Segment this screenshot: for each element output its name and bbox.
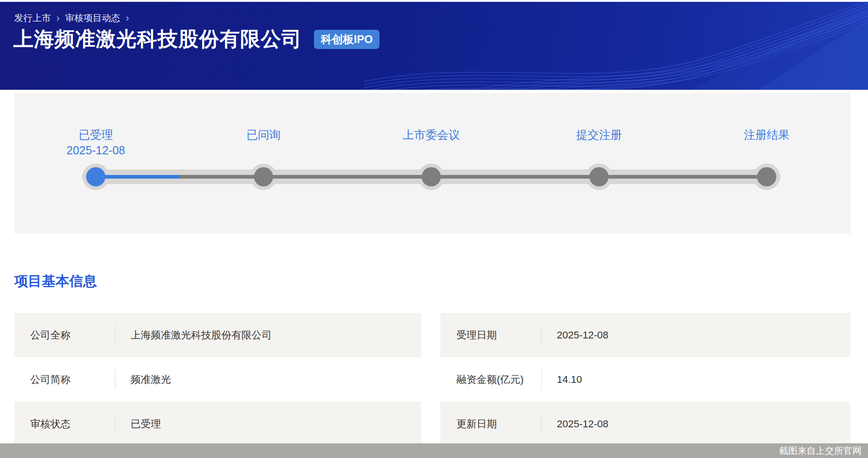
table-row: 审核状态 已受理 [14, 402, 421, 446]
timeline-dot-listing-committee [422, 167, 441, 186]
row-divider [115, 414, 115, 434]
footer-band: 截图来自上交所官网 [0, 443, 868, 458]
row-value: 上海频准激光科技股份有限公司 [131, 328, 272, 342]
stage-listing-committee: 上市委会议 [403, 126, 460, 143]
timeline-dot-inquired [254, 167, 273, 186]
basic-info-table-left: 公司全称 上海频准激光科技股份有限公司 公司简称 频准激光 审核状态 已受理 [14, 313, 421, 446]
row-value: 已受理 [131, 417, 161, 431]
board-ipo-badge: 科创板IPO [314, 30, 379, 49]
timeline-dot-registration-result [757, 167, 776, 186]
stage-label: 提交注册 [576, 126, 622, 143]
stage-label: 已问询 [247, 126, 281, 143]
row-value: 14.10 [557, 374, 582, 386]
basic-info-table-right: 受理日期 2025-12-08 融资金额(亿元) 14.10 更新日期 2025… [440, 313, 850, 446]
row-label: 更新日期 [456, 417, 541, 431]
stage-registration-submitted: 提交注册 [576, 126, 622, 143]
row-label: 审核状态 [30, 417, 115, 431]
table-row: 公司全称 上海频准激光科技股份有限公司 [14, 313, 421, 357]
row-label: 公司全称 [30, 328, 115, 342]
chevron-right-icon: › [126, 14, 129, 23]
chevron-right-icon: › [56, 14, 60, 23]
review-timeline-panel: 已受理 2025-12-08 已问询 上市委会议 提交注册 注册结果 [14, 93, 850, 234]
company-title: 上海频准激光科技股份有限公司 [13, 26, 302, 53]
timeline-dot-accepted [86, 167, 105, 186]
row-label: 融资金额(亿元) [456, 373, 541, 387]
row-divider [115, 370, 115, 390]
row-value: 2025-12-08 [557, 329, 609, 341]
stage-registration-result: 注册结果 [744, 126, 790, 143]
timeline-dot-registration-submitted [589, 167, 609, 186]
breadcrumb-item-review-project-status[interactable]: 审核项目动态 [65, 12, 120, 24]
timeline-progress-line [96, 175, 180, 179]
page-header: 发行上市 › 审核项目动态 › 上海频准激光科技股份有限公司 科创板IPO [0, 2, 868, 90]
row-value: 频准激光 [131, 373, 171, 387]
table-row: 融资金额(亿元) 14.10 [440, 357, 850, 402]
row-divider [541, 370, 542, 390]
page: 发行上市 › 审核项目动态 › 上海频准激光科技股份有限公司 科创板IPO 已受… [0, 0, 868, 458]
row-label: 公司简称 [30, 373, 115, 387]
stage-label: 上市委会议 [403, 126, 460, 143]
row-value: 2025-12-08 [557, 418, 609, 430]
stage-date: 2025-12-08 [66, 143, 125, 158]
table-row: 更新日期 2025-12-08 [440, 402, 850, 446]
section-title-basic-info: 项目基本信息 [14, 272, 97, 291]
table-row: 公司简称 频准激光 [14, 357, 421, 402]
stage-inquired: 已问询 [247, 126, 281, 143]
row-divider [541, 414, 542, 434]
header-wave-decoration [364, 2, 868, 90]
row-divider [115, 325, 115, 345]
row-divider [541, 325, 542, 345]
table-row: 受理日期 2025-12-08 [440, 313, 850, 357]
title-row: 上海频准激光科技股份有限公司 科创板IPO [13, 26, 379, 53]
source-watermark: 截图来自上交所官网 [779, 445, 862, 457]
row-label: 受理日期 [456, 328, 541, 342]
stage-accepted: 已受理 2025-12-08 [66, 126, 125, 158]
stage-label: 注册结果 [744, 126, 790, 143]
breadcrumb: 发行上市 › 审核项目动态 › [14, 12, 129, 24]
breadcrumb-item-issue-listing[interactable]: 发行上市 [14, 12, 51, 24]
stage-label: 已受理 [66, 126, 125, 143]
